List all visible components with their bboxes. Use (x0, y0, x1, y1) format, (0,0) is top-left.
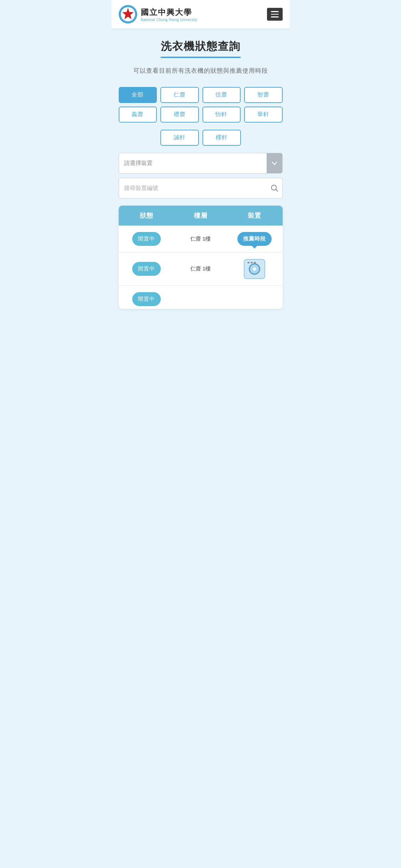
search-button[interactable] (267, 178, 282, 198)
col-header-status: 狀態 (122, 211, 171, 220)
table-row-partial: 閒置中 (119, 286, 283, 309)
logo-text: 國立中興大學 National Chung Hsing University (141, 7, 197, 22)
filter-btn-4[interactable]: 義齋 (119, 107, 157, 123)
filter-btn-8[interactable]: 誠軒 (160, 130, 199, 146)
device-select[interactable]: 請選擇裝置 (119, 154, 267, 172)
university-name-en: National Chung Hsing University (141, 18, 197, 22)
filter-btn-all[interactable]: 全部 (119, 87, 157, 103)
menu-button[interactable] (267, 8, 283, 21)
menu-line-2 (271, 14, 279, 15)
search-input[interactable] (119, 179, 267, 197)
page-title: 洗衣機狀態查詢 (161, 39, 241, 58)
filter-btn-5[interactable]: 禮齋 (160, 107, 199, 123)
filter-btn-2[interactable]: 信齋 (202, 87, 241, 103)
col-header-floor: 樓層 (171, 211, 230, 220)
table-row: 閒置中 仁齋 1樓 推薦時段 (119, 226, 283, 253)
filter-btn-3[interactable]: 智齋 (244, 87, 283, 103)
device-cell-1: 推薦時段 (230, 232, 279, 246)
status-cell-1: 閒置中 (122, 232, 171, 246)
search-wrap (119, 178, 283, 198)
select-chevron-icon (267, 153, 282, 173)
col-header-device: 裝置 (230, 211, 279, 220)
logo-area: 國立中興大學 National Chung Hsing University (119, 5, 197, 24)
floor-cell-2: 仁齋 1樓 (171, 265, 230, 272)
menu-line-1 (271, 11, 279, 12)
washer-icon (244, 259, 265, 279)
university-logo-icon (119, 5, 137, 24)
filter-btn-6[interactable]: 怡軒 (202, 107, 241, 123)
university-name: 國立中興大學 (141, 7, 197, 18)
washer-drum (249, 263, 260, 275)
filter-btn-1[interactable]: 仁齋 (160, 87, 199, 103)
search-icon (271, 184, 278, 192)
main-content: 洗衣機狀態查詢 可以查看目前所有洗衣機的狀態與推薦使用時段 全部 仁齋 信齋 智… (112, 29, 290, 316)
status-badge-2: 閒置中 (132, 262, 161, 276)
header: 國立中興大學 National Chung Hsing University (112, 0, 290, 29)
menu-line-3 (271, 16, 279, 17)
svg-point-3 (126, 12, 130, 16)
tooltip-bubble: 推薦時段 (237, 232, 272, 246)
filter-btn-9[interactable]: 樸軒 (202, 130, 241, 146)
washer-drum-dot (253, 267, 256, 271)
table-header: 狀態 樓層 裝置 (119, 206, 283, 226)
status-cell-3: 閒置中 (122, 292, 171, 306)
results-table: 狀態 樓層 裝置 閒置中 仁齋 1樓 推薦時段 閒置中 仁齋 1樓 (119, 206, 283, 309)
device-select-wrap: 請選擇裝置 (119, 153, 283, 174)
status-cell-2: 閒置中 (122, 262, 171, 276)
filter-grid-row1: 全部 仁齋 信齋 智齋 義齋 禮齋 怡軒 華軒 (119, 87, 283, 123)
filter-btn-7[interactable]: 華軒 (244, 107, 283, 123)
page-title-wrap: 洗衣機狀態查詢 (119, 39, 283, 58)
page-description: 可以查看目前所有洗衣機的狀態與推薦使用時段 (119, 66, 283, 76)
table-row: 閒置中 仁齋 1樓 (119, 253, 283, 286)
svg-line-5 (276, 190, 278, 191)
device-cell-2 (230, 259, 279, 279)
recommend-tooltip[interactable]: 推薦時段 (237, 232, 272, 246)
status-badge-3: 閒置中 (132, 292, 161, 306)
floor-cell-1: 仁齋 1樓 (171, 236, 230, 242)
filter-row-center: 誠軒 樸軒 (119, 130, 283, 146)
status-badge-1: 閒置中 (132, 232, 161, 246)
